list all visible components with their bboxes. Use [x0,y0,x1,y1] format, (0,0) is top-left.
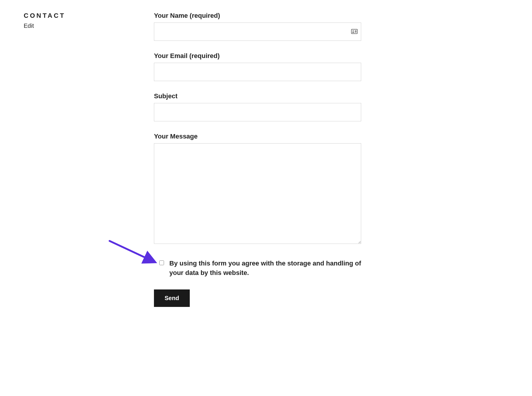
name-input[interactable] [154,22,361,41]
message-label: Your Message [154,133,361,140]
name-label: Your Name (required) [154,12,361,20]
message-field-group: Your Message [154,133,361,245]
email-label: Your Email (required) [154,52,361,60]
svg-point-1 [353,30,354,31]
consent-label: By using this form you agree with the st… [169,259,361,278]
contact-form: Your Name (required) Your Email (require… [154,12,361,307]
edit-link[interactable]: Edit [24,22,136,29]
subject-field-group: Subject [154,92,361,121]
subject-label: Subject [154,92,361,100]
consent-row: By using this form you agree with the st… [154,259,361,278]
name-field-group: Your Name (required) [154,12,361,41]
sidebar-title: CONTACT [24,12,136,20]
email-field-group: Your Email (required) [154,52,361,81]
send-button[interactable]: Send [154,289,190,307]
subject-input[interactable] [154,103,361,121]
sidebar: CONTACT Edit [24,12,136,307]
message-textarea[interactable] [154,143,361,244]
consent-checkbox[interactable] [159,260,164,265]
id-card-icon [351,29,358,34]
email-input[interactable] [154,63,361,81]
